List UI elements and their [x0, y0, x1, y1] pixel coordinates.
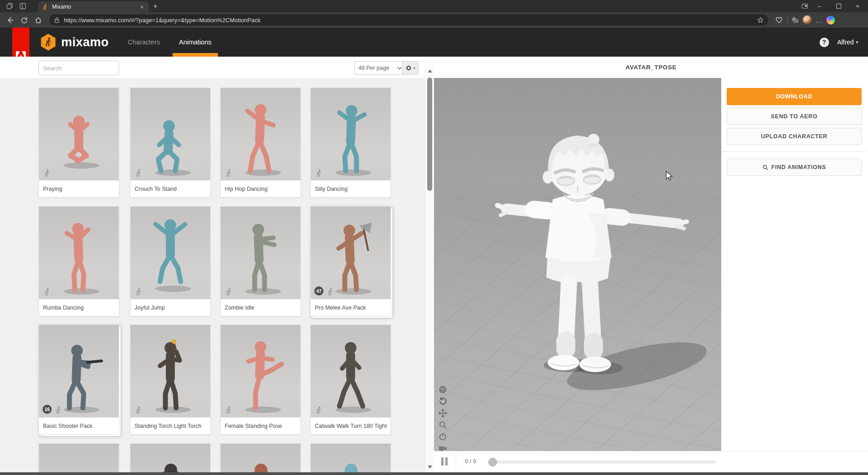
mixamo-wordmark[interactable]: mixamo — [61, 35, 109, 49]
animation-card[interactable]: Praying — [39, 87, 119, 198]
mixamo-favicon-icon — [42, 4, 48, 10]
playback-bar: 0 / 0 — [434, 451, 868, 473]
animation-runner-icon — [43, 169, 52, 178]
back-icon[interactable] — [6, 16, 14, 24]
animation-card[interactable]: Crouch To Stand — [130, 87, 211, 198]
animation-card[interactable]: Silly Dancing — [310, 87, 391, 198]
animation-runner-icon — [224, 169, 233, 178]
power-icon[interactable] — [439, 432, 447, 441]
nav-characters[interactable]: Characters — [128, 28, 160, 57]
copilot-icon[interactable] — [826, 16, 835, 24]
tab-preview-icon[interactable] — [801, 3, 808, 10]
viewer-toolbar — [439, 385, 447, 451]
window-close-button[interactable]: × — [850, 0, 865, 12]
mixamo-logo-icon[interactable] — [40, 34, 57, 51]
animation-card[interactable]: Rumba Dancing — [39, 206, 119, 316]
mixamo-header: Adobe mixamo Characters Animations ? Alf… — [0, 28, 868, 57]
scroll-down-icon[interactable] — [428, 465, 432, 469]
minimize-button[interactable]: – — [812, 0, 827, 12]
zoom-icon[interactable] — [439, 421, 447, 429]
animation-title: Basic Shooter Pack — [39, 417, 119, 434]
search-icon — [762, 165, 768, 170]
catalog-toolbar: 48 Per page ▾ — [0, 57, 434, 78]
animation-card[interactable]: Hip Hop Dancing — [220, 87, 301, 198]
search-input[interactable] — [39, 65, 123, 72]
address-bar[interactable]: https://www.mixamo.com/#/?page=1&query=&… — [48, 14, 769, 26]
animation-card[interactable]: Standing Torch Light Torch — [130, 325, 211, 435]
tab-close-icon[interactable]: × — [139, 4, 145, 10]
animation-card[interactable]: Joyful Jump — [130, 206, 211, 316]
animation-title: Joyful Jump — [130, 299, 210, 316]
animation-runner-icon — [54, 406, 63, 415]
collections-icon[interactable] — [791, 16, 799, 24]
animation-runner-icon — [314, 406, 323, 415]
search-box[interactable] — [39, 61, 119, 75]
animation-runner-icon — [134, 287, 143, 296]
animation-card-partial[interactable] — [39, 443, 119, 472]
animation-card-partial[interactable] — [220, 443, 301, 472]
reset-rotation-icon[interactable] — [439, 397, 447, 406]
animation-title: Silly Dancing — [311, 180, 391, 197]
pack-count-badge: 47 — [314, 286, 323, 296]
character-panel: DOWNLOAD SEND TO AERO UPLOAD CHARACTER F… — [727, 88, 862, 179]
animation-title: Pro Melee Axe Pack — [311, 299, 391, 316]
url-text[interactable]: https://www.mixamo.com/#/?page=1&query=&… — [64, 17, 757, 24]
send-to-aero-button[interactable]: SEND TO AERO — [727, 108, 862, 125]
gear-icon — [405, 65, 412, 71]
animation-card[interactable]: Female Standing Pose — [220, 325, 301, 435]
favorite-star-icon[interactable] — [757, 17, 764, 24]
animation-card-partial[interactable] — [310, 443, 391, 472]
animation-card[interactable]: 16 Basic Shooter Pack — [39, 325, 119, 435]
animation-thumbnail — [130, 444, 210, 472]
more-menu-icon[interactable]: … — [815, 16, 823, 24]
window-bottom-edge — [0, 472, 868, 475]
timeline-knob[interactable] — [488, 458, 497, 466]
animation-runner-icon — [314, 169, 323, 178]
animation-card[interactable]: Catwalk Walk Turn 180 Tight — [310, 325, 391, 435]
animation-card[interactable]: 47 Pro Melee Axe Pack — [310, 206, 391, 316]
browser-tab[interactable]: Mixamo × — [38, 1, 149, 12]
animation-card-partial[interactable] — [130, 443, 211, 472]
animation-grid: Praying Crouch To Stand Hip Hop Dancing … — [0, 78, 425, 472]
pan-icon[interactable] — [439, 409, 447, 417]
lock-icon[interactable] — [53, 17, 60, 24]
browser-toolbar: https://www.mixamo.com/#/?page=1&query=&… — [0, 12, 868, 28]
help-icon[interactable]: ? — [820, 38, 829, 47]
camera-icon[interactable] — [439, 444, 447, 451]
workspaces-icon[interactable] — [6, 3, 13, 10]
scroll-up-icon[interactable] — [428, 69, 432, 73]
scrollbar-thumb[interactable] — [427, 78, 432, 191]
maximize-button[interactable] — [831, 0, 846, 12]
home-icon[interactable] — [34, 16, 42, 24]
tab-actions-icon[interactable] — [19, 3, 26, 10]
animation-runner-icon — [224, 287, 233, 296]
animation-card[interactable]: Zombie Idle — [220, 206, 301, 316]
viewer-3d[interactable] — [434, 78, 721, 451]
animation-thumbnail — [221, 444, 300, 472]
download-button[interactable]: DOWNLOAD — [727, 88, 862, 105]
animation-runner-icon — [134, 406, 143, 415]
refresh-icon[interactable] — [20, 16, 28, 24]
profile-avatar[interactable] — [803, 15, 812, 24]
new-tab-button[interactable]: + — [153, 1, 158, 11]
upload-character-button[interactable]: UPLOAD CHARACTER — [727, 128, 862, 145]
user-menu[interactable]: Alfred ▾ — [837, 39, 858, 46]
timeline-slider[interactable] — [489, 457, 716, 467]
settings-button[interactable]: ▾ — [402, 61, 419, 75]
catalog-scrollbar[interactable] — [425, 67, 434, 472]
frame-counter: 0 / 0 — [465, 458, 476, 465]
per-page-value: 48 Per page — [358, 65, 389, 71]
nav-animations[interactable]: Animations — [179, 28, 212, 57]
animation-thumbnail — [130, 207, 210, 299]
character-face-icon[interactable] — [439, 385, 447, 394]
find-animations-button[interactable]: FIND ANIMATIONS — [727, 159, 862, 176]
animation-title: Female Standing Pose — [221, 417, 300, 434]
pause-button[interactable] — [441, 457, 448, 465]
animation-thumbnail — [311, 325, 391, 417]
browser-essentials-icon[interactable] — [775, 16, 783, 24]
animation-thumbnail — [39, 207, 119, 299]
per-page-select[interactable]: 48 Per page — [354, 61, 406, 75]
chevron-down-icon — [397, 67, 402, 70]
animation-thumbnail — [221, 325, 300, 417]
panel-divider — [721, 151, 867, 152]
